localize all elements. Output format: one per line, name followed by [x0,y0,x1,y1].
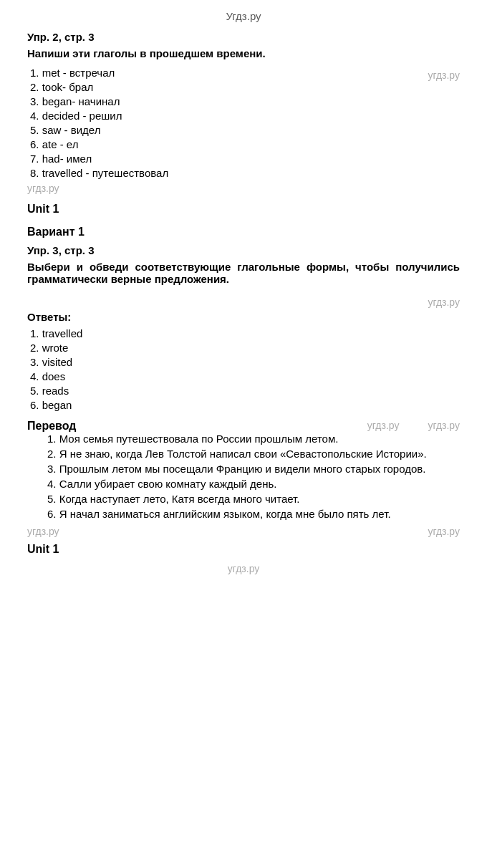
answers-header: Ответы: [27,311,460,323]
translation-sentence-1: 1. Моя семья путешествовала по России пр… [27,433,460,445]
translation-sentence-5: 5. Когда наступает лето, Катя всегда мно… [27,493,460,505]
list-item: 1. met - встречал [27,67,402,79]
exercise2-header: Упр. 2, стр. 3 [27,31,460,43]
exercise2-list: 1. met - встречал 2. took- брал 3. began… [27,67,402,179]
watermark-center-1: угдз.ру [428,296,460,308]
answers-list: 1. travelled 2. wrote 3. visited 4. does… [27,327,460,411]
answer-item: 5. reads [27,385,460,397]
unit1-title-last: Unit 1 [27,543,460,556]
translation-sentence-3: 3. Прошлым летом мы посещали Францию и в… [27,463,460,475]
watermark-bottom-left: угдз.ру [27,526,59,537]
watermark-left-1: угдз.ру [27,183,460,194]
answer-item: 1. travelled [27,327,460,339]
answer-item: 4. does [27,370,460,382]
site-header: Угдз.ру [0,7,487,25]
list-item: 5. saw - видел [27,124,402,136]
list-item: 3. began- начинал [27,95,402,107]
list-item: 8. travelled - путешествовал [27,167,402,179]
watermark-top-right: угдз.ру [428,69,460,81]
exercise3-header: Упр. 3, стр. 3 [27,244,460,256]
footer-watermark: угдз.ру [27,563,460,574]
answer-item: 3. visited [27,356,460,368]
answer-item: 6. began [27,399,460,411]
watermark-translation-1: угдз.ру [367,420,400,431]
translation-header: Перевод [27,420,76,432]
list-item: 7. had- имел [27,153,402,165]
answer-item: 2. wrote [27,342,460,354]
unit1-title-first: Unit 1 [27,203,460,216]
site-name: Угдз.ру [226,10,261,22]
variant-title: Вариант 1 [27,226,460,238]
list-item: 6. ate - ел [27,138,402,150]
list-item: 4. decided - решил [27,110,402,122]
watermark-bottom-right: угдз.ру [428,526,460,537]
exercise2-task: Напиши эти глаголы в прошедшем времени. [27,47,402,59]
watermark-translation-2: угдз.ру [428,420,460,431]
translation-sentence-6: 6. Я начал заниматься английским языком,… [27,508,460,520]
exercise3-task: Выбери и обведи соответствующие глагольн… [27,261,460,285]
translation-sentence-4: 4. Салли убирает свою комнату каждый ден… [27,478,460,490]
list-item: 2. took- брал [27,81,402,93]
translation-sentence-2: 2. Я не знаю, когда Лев Толстой написал … [27,448,460,460]
translation-list: 1. Моя семья путешествовала по России пр… [27,433,460,520]
